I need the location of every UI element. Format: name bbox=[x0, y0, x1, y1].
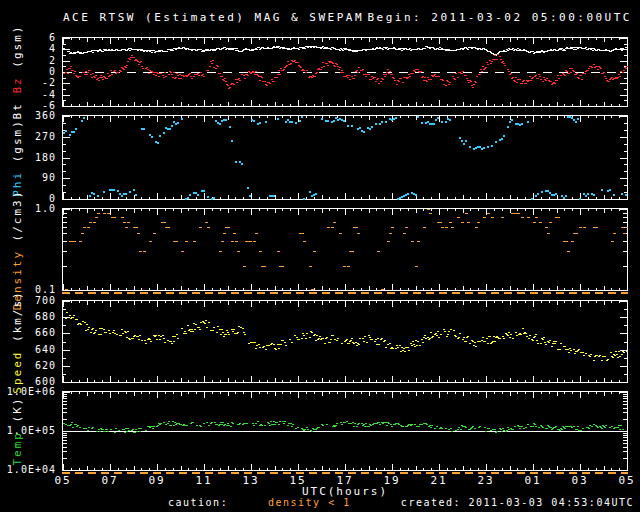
panel-density-canvas bbox=[62, 208, 628, 291]
ytick-temp-0: 1.0E+06 bbox=[0, 386, 56, 398]
caution-value: density < 1 bbox=[268, 497, 351, 508]
ylabel-temp: Temp (K) bbox=[11, 397, 24, 466]
xtick-6: 17 bbox=[336, 474, 353, 487]
ylabel-phi-part: (gsm) bbox=[11, 119, 24, 171]
ytick-mag-3: 0 bbox=[0, 66, 56, 78]
panel-speed bbox=[62, 300, 628, 383]
panel-density bbox=[62, 208, 628, 291]
xtick-5: 15 bbox=[289, 474, 306, 487]
ytick-mag-5: -4 bbox=[0, 89, 56, 101]
ytick-mag-1: 4 bbox=[0, 43, 56, 55]
panel-phi bbox=[62, 115, 628, 200]
ytick-mag-2: 2 bbox=[0, 55, 56, 67]
ytick-mag-0: 6 bbox=[0, 32, 56, 44]
ytick-phi-1: 270 bbox=[0, 131, 56, 143]
xtick-12: 05 bbox=[618, 474, 635, 487]
xtick-1: 07 bbox=[101, 474, 118, 487]
ytick-phi-2: 180 bbox=[0, 152, 56, 164]
created-timestamp: created: 2011-03-03 04:53:04UTC bbox=[401, 497, 634, 508]
ytick-temp-2: 1.0E+04 bbox=[0, 464, 56, 476]
ytick-phi-0: 360 bbox=[0, 110, 56, 122]
start-doy: start DOY: 61 bbox=[63, 497, 78, 508]
xtick-3: 11 bbox=[195, 474, 212, 487]
xtick-10: 01 bbox=[524, 474, 541, 487]
panel-mag-canvas bbox=[62, 37, 628, 107]
ytick-speed-0: 700 bbox=[0, 295, 56, 307]
xtick-7: 19 bbox=[383, 474, 400, 487]
xtick-9: 23 bbox=[477, 474, 494, 487]
ytick-speed-1: 680 bbox=[0, 311, 56, 323]
ylabel-phi: Phi (gsm) bbox=[11, 119, 24, 197]
ace-rtsw-plot: ACE RTSW (Estimated) MAG & SWEPAM Begin:… bbox=[0, 0, 640, 512]
panel-phi-canvas bbox=[62, 115, 628, 200]
ytick-speed-3: 640 bbox=[0, 344, 56, 356]
ylabel-density-part: (/cm3) bbox=[11, 189, 24, 249]
xtick-8: 21 bbox=[430, 474, 447, 487]
ytick-mag-4: -2 bbox=[0, 77, 56, 89]
xtick-4: 13 bbox=[242, 474, 259, 487]
ylabel-temp-part: Temp bbox=[11, 431, 24, 466]
ylabel-mag-part: (gsm) bbox=[11, 25, 24, 77]
ylabel-mag: Bt Bz (gsm) bbox=[11, 25, 24, 120]
panel-temp-canvas bbox=[62, 391, 628, 471]
panel-mag bbox=[62, 37, 628, 107]
xtick-11: 03 bbox=[571, 474, 588, 487]
xtick-2: 09 bbox=[148, 474, 165, 487]
ylabel-speed: Speed (km/s) bbox=[11, 290, 24, 393]
ytick-speed-2: 660 bbox=[0, 327, 56, 339]
ytick-phi-3: 90 bbox=[0, 172, 56, 184]
caution-label: caution: bbox=[168, 497, 228, 508]
xtick-0: 05 bbox=[54, 474, 71, 487]
panel-temp bbox=[62, 391, 628, 471]
plot-title: ACE RTSW (Estimated) MAG & SWEPAM bbox=[63, 11, 364, 24]
panel-speed-canvas bbox=[62, 300, 628, 383]
begin-timestamp: Begin: 2011-03-02 05:00:00UTC bbox=[367, 11, 632, 24]
ytick-temp-1: 1.0E+05 bbox=[0, 425, 56, 437]
ylabel-temp-part: (K) bbox=[11, 397, 24, 432]
ylabel-mag-part: Bz bbox=[11, 76, 24, 93]
density-caution-marker bbox=[62, 292, 628, 294]
ylabel-speed-part: (km/s) bbox=[11, 290, 24, 350]
ytick-speed-4: 620 bbox=[0, 360, 56, 372]
ytick-density-0: 1.0 bbox=[0, 203, 56, 215]
